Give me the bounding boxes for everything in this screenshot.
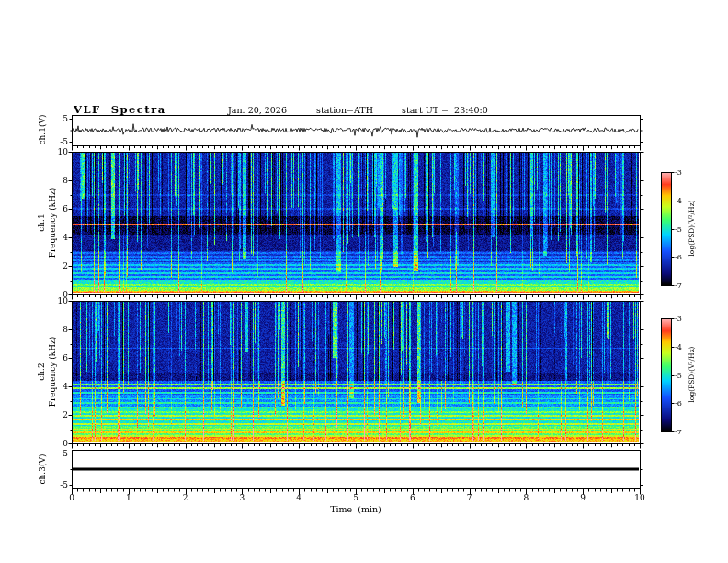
colorbar2-tick-label: -5 [675,371,682,379]
x-axis-tick-label: 3 [240,493,245,502]
x-axis-tick-label: 5 [353,493,358,502]
x-axis-tick-label: 8 [524,493,529,502]
colorbar1-tick-label: -3 [675,168,682,177]
vlf-spectra-figure: VLF Spectra Jan. 20, 2026 station=ATH st… [0,0,728,563]
ch2-frequency-tick-label: 6 [63,353,68,362]
x-axis-tick-label: 2 [183,493,188,502]
ch2-frequency-tick-label: 0 [63,439,68,448]
ch2-frequency-tick-label: 8 [63,325,68,334]
ch1-voltage-tick-label: 5 [63,114,68,123]
ch3-voltage-tick-label: 5 [63,449,68,458]
colorbar1-tick-label: -5 [675,224,682,233]
ch2-frequency-tick-label: 4 [63,382,68,391]
x-axis-tick-label: 9 [580,493,586,502]
colorbar2-tick-label: -4 [675,342,682,350]
colorbar2-tick-label: -3 [675,315,682,323]
ch1-frequency-tick-label: 10 [58,147,68,156]
ch3-voltage-tick-label: -5 [60,480,68,489]
x-axis-tick-label: 1 [126,493,131,502]
colorbar1-tick-label: -4 [675,196,682,204]
colorbar1-tick-label: -7 [675,282,682,290]
x-axis-tick-label: 6 [410,493,415,502]
tick-labels-layer: 012345678910101088664422005-55-5-3-3-4-4… [0,0,728,563]
ch1-frequency-tick-label: 8 [63,176,68,185]
x-axis-tick-label: 10 [634,493,644,502]
ch1-voltage-tick-label: -5 [60,137,68,146]
ch1-frequency-tick-label: 0 [63,290,68,299]
colorbar2-tick-label: -6 [675,399,682,408]
ch1-frequency-tick-label: 6 [63,204,68,213]
colorbar2-tick-label: -7 [675,428,682,436]
x-axis-tick-label: 4 [296,493,301,502]
x-axis-tick-label: 0 [69,493,74,502]
ch1-frequency-tick-label: 4 [63,233,68,242]
x-axis-tick-label: 7 [467,493,472,502]
ch1-frequency-tick-label: 2 [63,261,68,270]
colorbar1-tick-label: -6 [675,253,682,261]
ch2-frequency-tick-label: 2 [63,410,68,419]
